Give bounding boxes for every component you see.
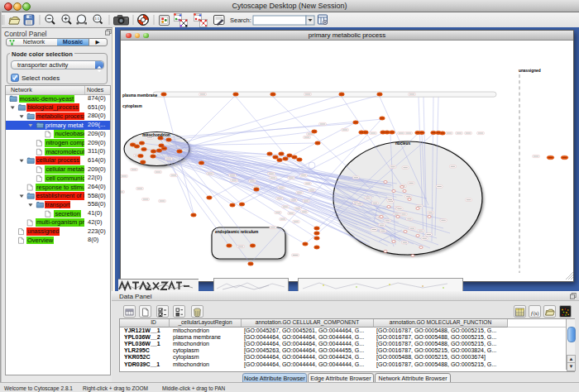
svg-text:plasma membrane: plasma membrane xyxy=(122,93,157,98)
svg-text:endoplasmic reticulum: endoplasmic reticulum xyxy=(215,230,258,234)
svg-text:unassigned: unassigned xyxy=(519,69,541,73)
svg-text:Search:: Search: xyxy=(230,17,251,24)
svg-text:mitochondrion: mitochondrion xyxy=(142,133,170,137)
svg-text:1:1: 1:1 xyxy=(95,17,100,21)
svg-text:cytoplasm: cytoplasm xyxy=(122,104,142,108)
svg-text:(x): (x) xyxy=(534,311,539,317)
svg-text:nucleus: nucleus xyxy=(395,141,410,146)
